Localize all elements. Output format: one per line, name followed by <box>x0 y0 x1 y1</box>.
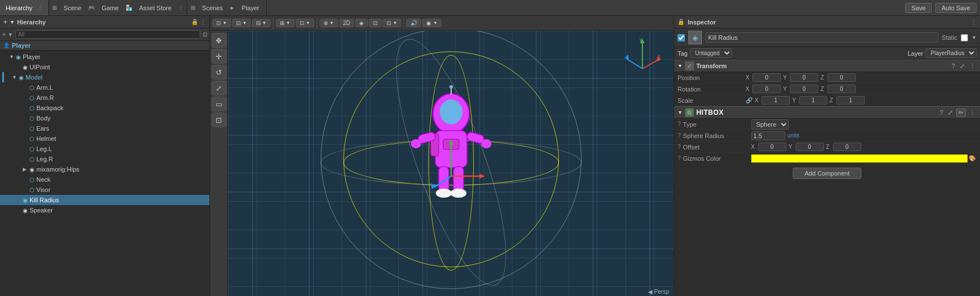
lock-inspector-icon[interactable]: 🔒 <box>678 19 684 25</box>
scene-tab[interactable]: Scene <box>60 3 85 12</box>
scale-z-input[interactable] <box>836 96 865 105</box>
move-tool[interactable]: ✛ <box>212 49 226 64</box>
transform-expand-btn[interactable]: ⤢ <box>958 62 966 70</box>
body-icon: ⬡ <box>30 115 35 122</box>
hierarchy-menu-icon[interactable]: ⋮ <box>200 19 206 25</box>
rot-y-label: Y <box>783 86 789 92</box>
hierarchy-tab[interactable]: Hierarchy ⋮ <box>0 0 49 15</box>
offset-x-input[interactable] <box>758 143 786 151</box>
rot-y-input[interactable] <box>790 85 818 93</box>
camera-icon: ⊡ <box>373 20 377 26</box>
gizmos-btn[interactable]: ⊡ ▼ <box>232 19 251 27</box>
layers-btn[interactable]: ⊟ ▼ <box>252 19 271 27</box>
hand-tool[interactable]: ✥ <box>212 33 226 48</box>
tree-item-mixamorig[interactable]: ▶ ◉ mixamorig:Hips <box>0 164 209 174</box>
offset-z-input[interactable] <box>833 143 861 151</box>
scenes-btn[interactable]: Scenes <box>199 3 226 12</box>
tag-select[interactable]: Untagged <box>690 48 732 58</box>
hierarchy-options-icon[interactable]: ⊡ <box>203 31 207 37</box>
obj-icon: ◈ <box>688 31 702 44</box>
tree-item-kill-radius[interactable]: ◉ Kill Radius <box>0 195 209 205</box>
tree-item-model[interactable]: ▼ ◉ Model <box>0 72 209 82</box>
gizmos-color-label: Gizmos Color <box>683 155 751 162</box>
hierarchy-tree: ▼ ◉ Player ◉ UIPoint ▼ ◉ Model <box>0 51 209 296</box>
tree-item-leg-l[interactable]: ⬡ Leg.L <box>0 144 209 154</box>
hitbox-edit-btn[interactable]: ✏ <box>956 109 966 117</box>
units-link[interactable]: units <box>788 132 800 139</box>
scale-label: Scale <box>678 97 746 104</box>
add-hierarchy-icon[interactable]: + <box>2 31 6 37</box>
render-mode-btn[interactable]: ◈ <box>355 19 368 27</box>
hitbox-actions: ? ⤢ ✏ ⋮ <box>939 109 977 117</box>
eye-btn[interactable]: ◉ ▼ <box>422 19 441 27</box>
layer-select[interactable]: PlayerRadius <box>926 48 977 58</box>
pivot-btn[interactable]: ⊕ ▼ <box>319 19 338 27</box>
tree-item-neck[interactable]: ⬡ Neck <box>0 174 209 185</box>
type-select[interactable]: Sphere <box>751 119 789 130</box>
scale-tool[interactable]: ⤢ <box>212 81 226 95</box>
add-component-row: Add Component <box>674 164 980 182</box>
pos-z-input[interactable] <box>827 73 856 82</box>
tree-item-uipoint[interactable]: ◉ UIPoint <box>0 62 209 72</box>
scale-y-input[interactable] <box>799 96 827 105</box>
audio-btn[interactable]: 🔊 <box>406 19 421 27</box>
snap-btn[interactable]: ⊡ ▼ <box>296 19 314 27</box>
transform-menu-btn[interactable]: ⋮ <box>968 62 977 70</box>
tree-item-player[interactable]: ▼ ◉ Player <box>0 52 209 62</box>
add-icon[interactable]: + <box>3 18 7 26</box>
toolbar-divider-1 <box>273 18 274 28</box>
game-tab[interactable]: Game <box>98 3 122 12</box>
transform-help-btn[interactable]: ? <box>950 62 956 70</box>
transform-component-header[interactable]: ▼ ⤢ Transform ? ⤢ ⋮ <box>674 60 980 72</box>
add-component-button[interactable]: Add Component <box>793 168 862 179</box>
asset-store-tab[interactable]: Asset Store <box>136 3 175 12</box>
pos-y-input[interactable] <box>790 73 818 82</box>
pivot-icon: ⊕ <box>323 20 328 26</box>
vfx-btn[interactable]: ⊡ ▼ <box>382 19 401 27</box>
shading-btn[interactable]: ⊡ ▼ <box>212 19 231 27</box>
hitbox-menu-btn[interactable]: ⋮ <box>968 109 977 117</box>
auto-save-button[interactable]: Auto Save <box>935 3 977 13</box>
2d-btn[interactable]: 2D <box>339 19 355 27</box>
hitbox-component-header[interactable]: ▼ G HITBOX ? ⤢ ✏ ⋮ <box>674 106 980 119</box>
transform-actions: ? ⤢ ⋮ <box>950 62 977 70</box>
tree-item-arm-r[interactable]: ⬡ Arm.R <box>0 93 209 103</box>
color-picker-btn[interactable]: 🎨 <box>968 155 977 161</box>
tree-item-body[interactable]: ⬡ Body <box>0 113 209 123</box>
tree-item-arm-l[interactable]: ⬡ Arm.L <box>0 82 209 93</box>
pos-z-group: Z <box>821 73 856 82</box>
hierarchy-search[interactable] <box>15 30 200 39</box>
grid-btn[interactable]: ⊞ ▼ <box>276 19 295 27</box>
tree-item-ears[interactable]: ⬡ Ears <box>0 123 209 134</box>
scale-x-input[interactable] <box>762 96 790 105</box>
inspector-menu-icon[interactable]: ⋮ <box>971 19 977 25</box>
rotate-tool[interactable]: ↺ <box>212 65 226 80</box>
scale-link-icon[interactable]: 🔗 <box>746 97 752 103</box>
hitbox-expand-btn[interactable]: ⤢ <box>947 109 954 117</box>
rot-x-input[interactable] <box>752 85 781 93</box>
viewport-canvas[interactable]: y x ◀ Persp <box>228 31 674 296</box>
save-button[interactable]: Save <box>905 3 932 13</box>
obj-name-input[interactable] <box>705 32 939 43</box>
tree-item-leg-r[interactable]: ⬡ Leg.R <box>0 154 209 164</box>
offset-y-input[interactable] <box>796 143 824 151</box>
lock-icon[interactable]: 🔒 <box>191 19 198 25</box>
sphere-radius-input[interactable] <box>751 131 785 140</box>
pos-x-input[interactable] <box>752 73 781 82</box>
rot-z-input[interactable] <box>827 85 856 93</box>
tree-item-speaker[interactable]: ◉ Speaker <box>0 205 209 215</box>
transform-tool[interactable]: ⊡ <box>212 112 226 127</box>
model-label: Model <box>26 74 43 81</box>
gizmos-color-swatch[interactable] <box>751 155 968 162</box>
player-btn[interactable]: Player <box>238 3 263 12</box>
obj-active-checkbox[interactable] <box>678 34 685 41</box>
backpack-label: Backpack <box>36 105 64 111</box>
tree-item-backpack[interactable]: ⬡ Backpack <box>0 103 209 113</box>
static-chevron-icon: ▼ <box>971 35 977 40</box>
tree-item-helmet[interactable]: ⬡ Helmet <box>0 134 209 144</box>
camera-btn[interactable]: ⊡ <box>369 19 381 27</box>
hitbox-help-btn[interactable]: ? <box>939 109 944 117</box>
static-checkbox[interactable] <box>961 34 968 41</box>
rect-tool[interactable]: ▭ <box>212 97 226 111</box>
tree-item-visor[interactable]: ⬡ Visor <box>0 185 209 195</box>
